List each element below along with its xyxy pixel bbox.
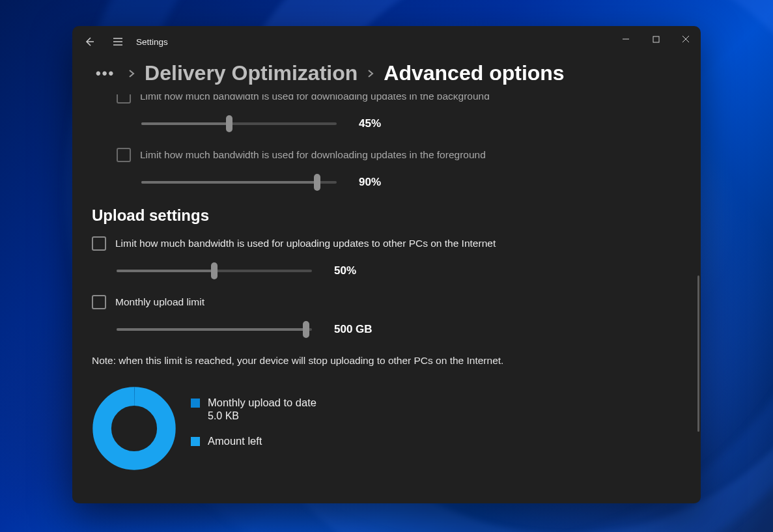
upload-usage: Monthly upload to date 5.0 KB Amount lef… bbox=[92, 386, 681, 471]
download-background-option: Limit how much bandwidth is used for dow… bbox=[117, 94, 681, 104]
breadcrumb-more-button[interactable]: ••• bbox=[92, 65, 119, 82]
upload-bandwidth-slider-row: 50% bbox=[117, 264, 681, 278]
monthly-limit-note: Note: when this limit is reached, your d… bbox=[92, 354, 522, 368]
upload-settings-section: Limit how much bandwidth is used for upl… bbox=[92, 236, 681, 471]
legend-swatch-uploaded bbox=[191, 399, 200, 408]
slider-thumb[interactable] bbox=[314, 174, 320, 191]
upload-usage-donut bbox=[92, 386, 176, 471]
slider-thumb[interactable] bbox=[226, 115, 232, 132]
arrow-left-icon bbox=[84, 36, 94, 47]
monthly-limit-option: Monthly upload limit bbox=[92, 295, 681, 309]
breadcrumb: ••• Delivery Optimization Advanced optio… bbox=[72, 57, 701, 94]
svg-point-1 bbox=[102, 397, 167, 461]
monthly-limit-slider-row: 500 GB bbox=[117, 322, 681, 337]
settings-content: Limit how much bandwidth is used for dow… bbox=[72, 94, 701, 503]
maximize-icon bbox=[653, 36, 660, 43]
svg-rect-0 bbox=[653, 36, 659, 42]
download-background-checkbox[interactable] bbox=[117, 94, 131, 104]
upload-bandwidth-slider[interactable] bbox=[117, 264, 312, 278]
legend-uploaded-label: Monthly upload to date bbox=[208, 395, 316, 410]
chevron-right-icon bbox=[367, 70, 374, 77]
upload-usage-legend: Monthly upload to date 5.0 KB Amount lef… bbox=[191, 386, 316, 448]
upload-bandwidth-value: 50% bbox=[334, 264, 356, 277]
monthly-limit-label: Monthly upload limit bbox=[115, 295, 204, 309]
window-title: Settings bbox=[136, 37, 168, 47]
upload-bandwidth-option: Limit how much bandwidth is used for upl… bbox=[92, 236, 681, 251]
minimize-icon bbox=[622, 35, 630, 43]
monthly-limit-slider[interactable] bbox=[117, 322, 312, 337]
close-icon bbox=[682, 35, 690, 43]
legend-swatch-remaining bbox=[191, 437, 200, 446]
upload-bandwidth-checkbox[interactable] bbox=[92, 236, 106, 251]
monthly-limit-checkbox[interactable] bbox=[92, 295, 106, 309]
window-controls bbox=[611, 26, 701, 52]
breadcrumb-current: Advanced options bbox=[384, 61, 564, 85]
settings-window: Settings ••• Delivery Optimization Advan… bbox=[72, 26, 701, 503]
download-background-value: 45% bbox=[359, 117, 381, 130]
download-foreground-label: Limit how much bandwidth is used for dow… bbox=[140, 148, 486, 162]
download-foreground-slider[interactable] bbox=[141, 175, 337, 189]
slider-thumb[interactable] bbox=[303, 321, 309, 338]
download-foreground-option: Limit how much bandwidth is used for dow… bbox=[117, 148, 681, 162]
legend-uploaded: Monthly upload to date 5.0 KB bbox=[191, 395, 316, 421]
title-bar: Settings bbox=[72, 26, 701, 57]
slider-thumb[interactable] bbox=[211, 262, 218, 279]
download-background-label: Limit how much bandwidth is used for dow… bbox=[140, 94, 490, 104]
download-background-slider-row: 45% bbox=[141, 117, 681, 131]
chevron-right-icon bbox=[128, 70, 135, 77]
download-foreground-slider-row: 90% bbox=[141, 175, 681, 189]
download-background-slider[interactable] bbox=[141, 117, 337, 131]
hamburger-icon bbox=[113, 37, 123, 46]
download-settings-section: Limit how much bandwidth is used for dow… bbox=[117, 94, 681, 189]
legend-uploaded-value: 5.0 KB bbox=[208, 410, 316, 422]
legend-remaining-label: Amount left bbox=[208, 434, 262, 448]
maximize-button[interactable] bbox=[641, 26, 671, 52]
back-button[interactable] bbox=[75, 29, 104, 55]
download-foreground-checkbox[interactable] bbox=[117, 148, 131, 162]
nav-menu-button[interactable] bbox=[104, 29, 132, 55]
breadcrumb-parent-link[interactable]: Delivery Optimization bbox=[145, 61, 358, 85]
monthly-limit-value: 500 GB bbox=[334, 323, 372, 336]
upload-bandwidth-label: Limit how much bandwidth is used for upl… bbox=[115, 236, 496, 251]
minimize-button[interactable] bbox=[611, 26, 641, 52]
upload-settings-heading: Upload settings bbox=[92, 206, 681, 225]
download-foreground-value: 90% bbox=[359, 176, 381, 189]
close-button[interactable] bbox=[671, 26, 701, 52]
scrollbar-thumb[interactable] bbox=[697, 275, 699, 432]
legend-remaining: Amount left bbox=[191, 434, 316, 448]
